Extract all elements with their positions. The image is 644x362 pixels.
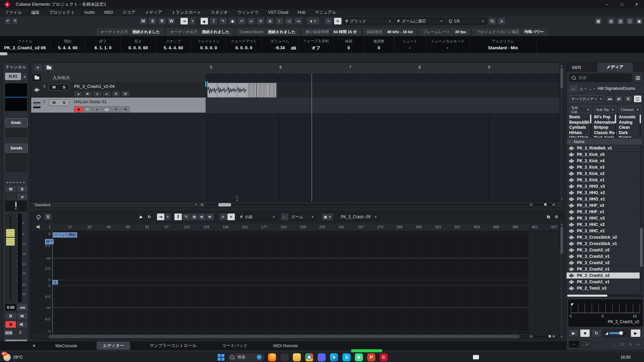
redo-button[interactable]: ↷ — [12, 17, 18, 25]
tempo-value[interactable]: - — [569, 341, 579, 348]
minimize-button[interactable]: – — [600, 0, 614, 9]
media-list-item[interactable]: PK_3_Crash2_v1 — [567, 266, 640, 273]
track-write-button[interactable]: W — [121, 91, 130, 97]
tab-vsti[interactable]: VSTi — [567, 64, 587, 72]
settings-gear-icon[interactable]: ⚙ — [200, 202, 204, 207]
vertical-scrollbar[interactable]: ▲ ▼ — [559, 63, 564, 201]
lower-zone-tab[interactable]: MixConsole — [49, 342, 83, 350]
fader-cap[interactable] — [6, 229, 15, 246]
media-list-item[interactable]: PK_3_CrossStick_v1 — [567, 241, 640, 247]
track-read-button[interactable]: R — [112, 106, 120, 112]
editor-autoscroll-dropdown[interactable]: ▼ — [165, 213, 171, 221]
track-mute-button[interactable]: M — [49, 100, 59, 106]
media-list-item[interactable]: PK_3_HHF_v1 — [567, 209, 640, 215]
gain-value[interactable]: 0.00 — [5, 304, 16, 311]
automation-solo-button[interactable]: S — [149, 17, 157, 25]
automation-write-button[interactable]: W — [167, 17, 175, 25]
editor-snap-zero-button[interactable]: ≈ — [219, 213, 227, 221]
editor-grid-dropdown[interactable]: # 小節▼ — [238, 213, 277, 221]
listen-button[interactable] — [5, 193, 16, 200]
info-column[interactable]: フェードアウト 0. 0. 0. 0 — [226, 36, 262, 53]
media-type-dropdown[interactable]: すべてのメディアタ. ▼ — [569, 95, 604, 103]
media-list-item[interactable]: PK_3_HHC_v2 — [567, 222, 640, 228]
track-edit-button[interactable]: e — [93, 91, 102, 97]
channel-mute-button[interactable]: M — [5, 185, 16, 193]
subcat-list[interactable]: BeatsBeeps&BliCymbalsHiHatsHits&Stab — [569, 115, 593, 137]
media-list-item[interactable]: PK_3_Crash2_v2 — [567, 260, 640, 266]
taskbar-app-icon[interactable]: e — [330, 353, 338, 361]
editor-setup-icon[interactable]: ⚙ — [552, 213, 560, 221]
substyle-dropdown[interactable]: Sub Sty.▼ — [594, 106, 616, 113]
preview-volume[interactable] — [603, 329, 629, 337]
list-header[interactable]: ↖ Name — [567, 139, 642, 145]
preview-stop-button[interactable]: ■ — [580, 329, 590, 337]
maximize-button[interactable]: □ — [614, 0, 629, 9]
media-list-item[interactable]: PK_3_Kick_v4 — [567, 158, 640, 164]
media-list-item[interactable]: PK_3_Crash3_v1 — [567, 253, 640, 260]
filter-item[interactable]: Classic Roc — [594, 130, 618, 136]
project-ruler[interactable]: 56789 — [206, 63, 560, 74]
zoom-tool[interactable]: ⊕ — [266, 17, 274, 25]
track-read-button[interactable]: R — [112, 91, 120, 97]
back-button[interactable]: ← — [569, 85, 578, 92]
track-mute-button[interactable]: M — [49, 84, 59, 90]
use-track-preset-button[interactable] — [44, 64, 54, 71]
filter-item[interactable]: Acoustic — [619, 115, 642, 120]
erase-tool[interactable]: ◆ — [228, 17, 236, 25]
onscreen-keyboard-button[interactable]: ▦ — [594, 17, 602, 25]
filter-item[interactable]: Beats — [569, 115, 593, 120]
media-list-item[interactable]: PK_3_Kick_v5 — [567, 152, 640, 158]
info-column[interactable]: 長さ 0. 0. 0. 60 — [121, 36, 156, 53]
taskbar-app-icon[interactable] — [293, 353, 301, 361]
play-option[interactable]: 1/2 — [620, 342, 625, 346]
track-write-button[interactable]: W — [121, 106, 130, 112]
selection-start-marker[interactable]: S — [52, 280, 58, 285]
menu-item[interactable]: MIDI — [100, 10, 118, 15]
track-preset-label[interactable]: Standard — [35, 203, 50, 207]
track-monitor-button[interactable] — [84, 91, 92, 97]
menu-item[interactable]: ウィンドウ — [232, 10, 263, 15]
range-selection-tool[interactable]: I — [210, 17, 218, 25]
filter-item[interactable]: Cymbals — [569, 125, 593, 130]
play-in-project-button[interactable]: ▶ — [631, 329, 641, 337]
media-file-list[interactable]: PK_3_RideBell_v1 PK_3_Kick_v5 PK_3_Kick_… — [567, 145, 640, 293]
play-option[interactable]: 2x — [629, 342, 633, 346]
lower-zone-tab[interactable]: コードパッド — [216, 342, 254, 350]
inspector-collapse-handle[interactable] — [0, 52, 7, 55]
filter-item[interactable]: 80's Pop — [594, 115, 618, 120]
undo-button[interactable]: ↶ — [5, 17, 11, 25]
taskbar-app-icon[interactable] — [268, 353, 276, 361]
media-list-item[interactable]: PK_3_HHF_v2 — [567, 202, 640, 209]
menu-item[interactable]: プロジェクト — [44, 10, 79, 15]
taskbar-search[interactable]: 検索 — [228, 353, 264, 361]
add-track-button[interactable]: + — [34, 64, 42, 71]
info-column[interactable]: 移調 0 — [334, 36, 364, 53]
preview-play-button[interactable]: ▶ — [569, 329, 579, 337]
menu-item[interactable]: マニュアル — [310, 10, 341, 15]
audio-events[interactable] — [207, 83, 277, 98]
info-column[interactable]: フェーズを反転 オフ — [299, 36, 334, 53]
tray-icon[interactable] — [473, 355, 479, 359]
menu-item[interactable]: メディア — [140, 10, 167, 15]
snap-on-off-button[interactable]: ✕ — [334, 17, 342, 25]
automation-read-button[interactable]: R — [158, 17, 166, 25]
autoscroll-dropdown[interactable]: ▼ — [190, 17, 196, 25]
editor-zoom-dropdown[interactable]: ズーム▼ — [289, 213, 316, 221]
info-column[interactable]: スナップ 5. 4. 4. 60 — [156, 36, 191, 53]
taskbar-app-icon[interactable]: C — [380, 353, 388, 361]
track-edit-button[interactable]: e — [93, 106, 102, 112]
menu-item[interactable]: 編集 — [26, 10, 44, 15]
filter-item[interactable]: Clean — [619, 125, 642, 130]
monitor-button[interactable] — [16, 321, 28, 328]
menu-item[interactable]: トランスポート — [167, 10, 206, 15]
taskbar-app-icon[interactable] — [318, 353, 326, 361]
preview-loop-button[interactable]: ↻ — [591, 329, 601, 337]
editor-audition-tool[interactable] — [206, 213, 214, 221]
info-column[interactable]: フェードイン 0. 0. 0. 0 — [191, 36, 226, 53]
filter-item[interactable]: Hits&Stab — [569, 135, 593, 137]
media-search-box[interactable] — [569, 74, 632, 82]
track-solo-button[interactable]: S — [59, 100, 69, 106]
play-option[interactable]: oo — [636, 342, 640, 346]
editor-scrub-tool[interactable] — [198, 213, 206, 221]
audition-tool[interactable]: ◁ — [285, 17, 293, 25]
